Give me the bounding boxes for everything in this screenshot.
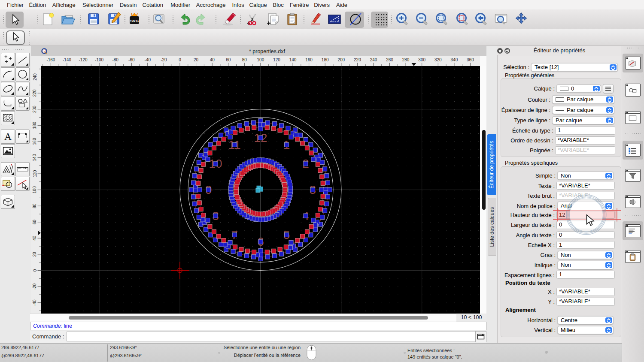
svg-text:180: 180 xyxy=(322,57,329,62)
svg-text:-160: -160 xyxy=(46,57,55,62)
svg-text:-20: -20 xyxy=(33,283,37,290)
svg-text:-80: -80 xyxy=(112,57,118,62)
svg-text:40: 40 xyxy=(33,235,37,241)
svg-text:0: 0 xyxy=(33,269,37,272)
svg-text:200: 200 xyxy=(337,57,345,62)
svg-text:40: 40 xyxy=(210,57,215,62)
svg-text:200: 200 xyxy=(33,106,37,113)
svg-text:80: 80 xyxy=(33,203,37,208)
svg-text:280: 280 xyxy=(402,57,410,62)
svg-text:-120: -120 xyxy=(79,57,87,62)
svg-text:-60: -60 xyxy=(128,57,135,62)
svg-text:140: 140 xyxy=(33,154,37,161)
svg-text:20: 20 xyxy=(33,252,37,257)
svg-text:260: 260 xyxy=(386,57,393,62)
svg-text:340: 340 xyxy=(451,57,458,62)
svg-text:-40: -40 xyxy=(145,57,151,62)
svg-text:120: 120 xyxy=(33,170,37,177)
svg-text:240: 240 xyxy=(33,73,37,81)
svg-text:100: 100 xyxy=(33,186,37,193)
svg-text:360: 360 xyxy=(467,57,474,62)
svg-text:-100: -100 xyxy=(95,57,103,62)
svg-text:120: 120 xyxy=(273,57,280,62)
svg-text:-140: -140 xyxy=(63,57,71,62)
svg-text:300: 300 xyxy=(418,57,425,62)
svg-text:0: 0 xyxy=(179,57,181,62)
svg-text:100: 100 xyxy=(257,57,264,62)
svg-text:-20: -20 xyxy=(161,57,167,62)
svg-text:160: 160 xyxy=(305,57,313,62)
svg-text:160: 160 xyxy=(33,138,37,145)
svg-text:140: 140 xyxy=(289,57,297,62)
svg-text:220: 220 xyxy=(354,57,361,62)
svg-text:320: 320 xyxy=(434,57,442,62)
svg-text:80: 80 xyxy=(242,57,247,62)
svg-text:240: 240 xyxy=(370,57,377,62)
svg-text:180: 180 xyxy=(33,122,37,129)
svg-text:60: 60 xyxy=(33,220,37,225)
svg-text:20: 20 xyxy=(194,57,199,62)
svg-text:A: A xyxy=(4,131,12,142)
svg-text:60: 60 xyxy=(226,57,231,62)
svg-text:-40: -40 xyxy=(33,299,37,306)
svg-text:220: 220 xyxy=(33,89,37,97)
svg-text:SVG: SVG xyxy=(130,18,139,23)
